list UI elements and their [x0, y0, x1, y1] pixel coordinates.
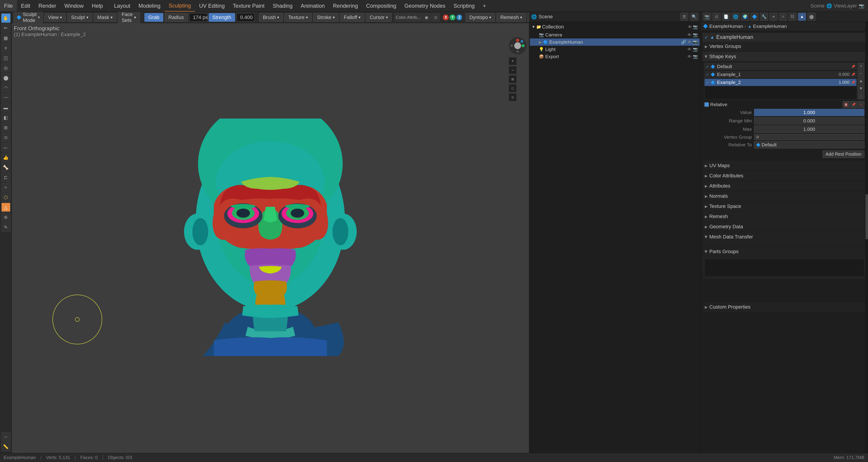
- shape-keys-header[interactable]: ▶ Shape Keys: [703, 52, 866, 61]
- strength-value[interactable]: 0.400: [237, 13, 254, 22]
- sculpt-mode-selector[interactable]: 🔷 Sculpt Mode: [13, 10, 43, 24]
- color-dropdown[interactable]: Color Attrib...: [395, 13, 422, 22]
- remesh-header[interactable]: ▶ Remesh: [703, 212, 866, 221]
- cursor-btn[interactable]: Cursor: [366, 13, 392, 22]
- tab-texture-paint[interactable]: Texture Paint: [229, 0, 269, 11]
- outliner-item-examplehuman[interactable]: ▶ 🔷 ExampleHuman 🔗 👁 📷: [530, 38, 700, 46]
- tool-clay[interactable]: ▦: [1, 33, 10, 42]
- sk-mute-btn[interactable]: 🔇: [843, 101, 849, 108]
- breadcrumb-obj[interactable]: ExampleHuman: [709, 24, 743, 29]
- stroke-btn[interactable]: Stroke: [313, 13, 339, 22]
- tool-snake-hook[interactable]: ⟜: [1, 143, 10, 152]
- range-min-input[interactable]: 0.000: [754, 117, 864, 124]
- axis-y[interactable]: Y: [450, 15, 456, 20]
- collection-render[interactable]: 📷: [693, 24, 698, 29]
- axis-x[interactable]: X: [443, 15, 449, 20]
- remesh-btn[interactable]: Remesh: [496, 13, 526, 22]
- outliner-filter-btn[interactable]: ☰: [680, 13, 688, 21]
- texture-btn[interactable]: Texture: [284, 13, 312, 22]
- outliner-collection-header[interactable]: ▼ 📁 Collection 👁 📷: [530, 23, 700, 31]
- vertex-groups-header[interactable]: ▶ Vertex Groups: [703, 41, 866, 51]
- shape-key-example2[interactable]: ✓ 🔷 Example_2 1.000 📌: [705, 79, 857, 86]
- tool-fill[interactable]: ◧: [1, 113, 10, 122]
- menu-edit[interactable]: Edit: [17, 0, 34, 11]
- vertex-group-input[interactable]: ⊙: [754, 134, 864, 140]
- tab-compositing[interactable]: Compositing: [362, 0, 400, 11]
- sk-pin-ex1[interactable]: 📌: [851, 73, 855, 76]
- tab-geometry-nodes[interactable]: Geometry Nodes: [400, 0, 450, 11]
- tool-boundary[interactable]: ⊏: [1, 173, 10, 182]
- zoom-out-btn[interactable]: −: [508, 66, 517, 74]
- tool-measure[interactable]: 📏: [1, 442, 10, 451]
- obj-header-name[interactable]: ExampleHuman: [716, 34, 864, 40]
- attributes-header[interactable]: ▶ Attributes: [703, 181, 866, 191]
- menu-help[interactable]: Help: [88, 0, 107, 11]
- tool-clay-strips[interactable]: ≡: [1, 44, 10, 53]
- sk-pin-default[interactable]: 📌: [851, 65, 855, 68]
- prop-tab-viewlayer[interactable]: 📑: [722, 13, 730, 21]
- sk-down-btn[interactable]: ▼: [858, 85, 864, 92]
- tool-crease[interactable]: ◠: [1, 83, 10, 92]
- max-input[interactable]: 1.000: [754, 125, 864, 133]
- strength-label[interactable]: Strength: [209, 13, 235, 22]
- tool-inflate[interactable]: ◎: [1, 63, 10, 73]
- tool-pinch[interactable]: ⊙: [1, 133, 10, 142]
- brush-name-btn[interactable]: Grab: [145, 13, 163, 22]
- sk-check-default[interactable]: ✓: [706, 64, 709, 69]
- tab-add[interactable]: +: [479, 0, 490, 11]
- outliner-item-camera[interactable]: 📷 Camera 👁 📷: [530, 31, 700, 38]
- sk-more-btn[interactable]: ⋮: [858, 92, 864, 99]
- normals-header[interactable]: ▶ Normals: [703, 192, 866, 201]
- sk-pin-ex2[interactable]: 📌: [851, 81, 855, 84]
- tool-layer[interactable]: ◫: [1, 53, 10, 62]
- zoom-in-btn[interactable]: +: [508, 57, 517, 65]
- radius-value[interactable]: 174 px: [189, 13, 207, 22]
- tool-cloth[interactable]: ≈: [1, 183, 10, 192]
- view-menu[interactable]: View: [44, 13, 66, 22]
- tool-multires[interactable]: ⊛: [1, 213, 10, 222]
- overlay-toggle[interactable]: ⊙: [432, 13, 440, 22]
- prop-tab-material[interactable]: ⬤: [807, 13, 815, 21]
- sk-add-btn[interactable]: +: [858, 63, 864, 69]
- prop-tab-render[interactable]: 📷: [703, 13, 711, 21]
- dyntopo-btn[interactable]: Dyntopo: [465, 13, 495, 22]
- outliner-item-export[interactable]: 📦 Export 👁 📷: [530, 53, 700, 60]
- prop-tab-scene[interactable]: 🌐: [732, 13, 740, 21]
- mask-menu[interactable]: Mask: [94, 13, 117, 22]
- viewport-shading-icon[interactable]: ◉: [423, 13, 431, 22]
- tool-grab[interactable]: ✋: [1, 13, 10, 23]
- breadcrumb-mesh[interactable]: ExampleHuman: [753, 24, 786, 29]
- parts-groups-header[interactable]: ▶ Parts Groups: [703, 247, 866, 256]
- geometry-data-header[interactable]: ▶ Geometry Data: [703, 222, 866, 231]
- tab-modeling[interactable]: Modeling: [134, 0, 164, 11]
- tab-shading[interactable]: Shading: [269, 0, 297, 11]
- prop-tab-particles[interactable]: ✦: [770, 13, 778, 21]
- sk-check-ex1[interactable]: ✓: [706, 73, 709, 77]
- value-input[interactable]: 1.000: [754, 109, 864, 116]
- tool-smooth[interactable]: 〰: [1, 93, 10, 102]
- tool-blob[interactable]: ⬤: [1, 73, 10, 82]
- prop-tab-modifier[interactable]: 🔧: [760, 13, 768, 21]
- tab-scripting[interactable]: Scripting: [450, 0, 479, 11]
- prop-tab-world[interactable]: 🌍: [741, 13, 749, 21]
- custom-properties-header[interactable]: ▶ Custom Properties: [703, 302, 866, 312]
- tab-animation[interactable]: Animation: [297, 0, 329, 11]
- texture-space-header[interactable]: ▶ Texture Space: [703, 202, 866, 211]
- prop-tab-physics[interactable]: ⚛: [779, 13, 787, 21]
- collection-visibility[interactable]: 👁: [688, 25, 692, 29]
- menu-render[interactable]: Render: [34, 0, 60, 11]
- mesh-data-transfer-header[interactable]: ▶ Mesh Data Transfer: [703, 232, 866, 242]
- tab-rendering[interactable]: Rendering: [329, 0, 362, 11]
- tool-annotate[interactable]: ✎: [1, 223, 10, 232]
- brush-btn[interactable]: Brush: [259, 13, 283, 22]
- shape-key-example1[interactable]: ✓ 🔷 Example_1 0.000 📌: [705, 71, 857, 78]
- tool-pose[interactable]: 🦴: [1, 163, 10, 172]
- tool-mask[interactable]: ⬡: [1, 193, 10, 202]
- relative-checkbox[interactable]: [704, 102, 709, 107]
- prop-tab-output[interactable]: 🖨: [712, 13, 721, 21]
- viewport-3d[interactable]: Front Orthographic (1) ExampleHuman : Ex…: [12, 23, 529, 453]
- tab-layout[interactable]: Layout: [110, 0, 134, 11]
- cam-persp-btn[interactable]: ◻: [508, 84, 517, 92]
- orientation-gizmo[interactable]: [508, 37, 527, 55]
- obj-header-check[interactable]: ✓: [704, 35, 708, 40]
